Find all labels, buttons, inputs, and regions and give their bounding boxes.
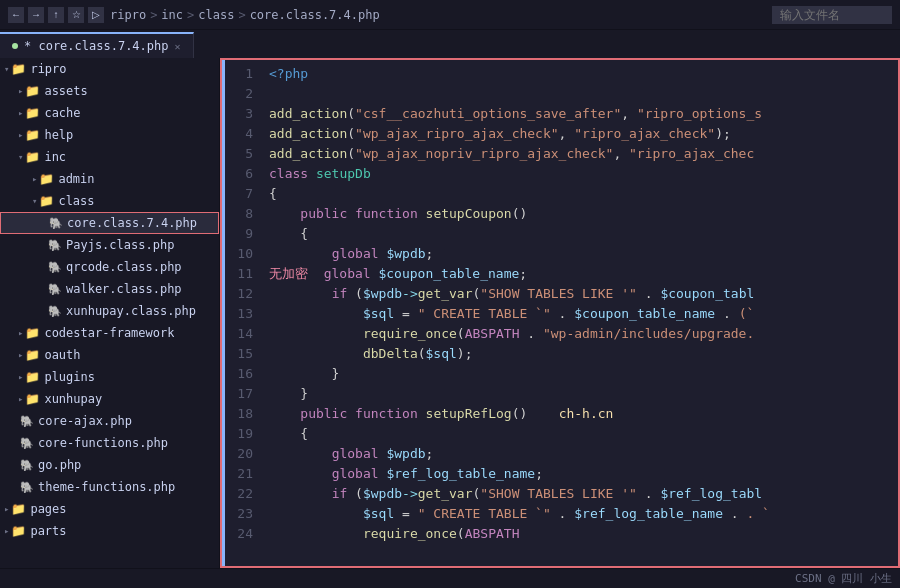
folder-arrow-icon: ▸ [4,504,9,514]
breadcrumb-file[interactable]: core.class.7.4.php [250,8,380,22]
var-token: $wpdb [363,484,402,504]
sidebar-item-core.class.7.4.php[interactable]: 🐘core.class.7.4.php [0,212,219,234]
punct-token [269,484,332,504]
sidebar-item-plugins[interactable]: ▸📁plugins [0,366,219,388]
file-tab[interactable]: * core.class.7.4.php ✕ [0,32,194,58]
punct-token: . [715,304,738,324]
sidebar-item-oauth[interactable]: ▸📁oauth [0,344,219,366]
line-number: 2 [233,84,253,104]
breadcrumb-ripro[interactable]: ripro [110,8,146,22]
sidebar-item-Payjs.class.php[interactable]: 🐘Payjs.class.php [0,234,219,256]
line-number: 13 [233,304,253,324]
punct-token [347,204,355,224]
punct-token: ( [473,284,481,304]
folder-icon: 📁 [39,194,54,208]
sidebar-item-go.php[interactable]: 🐘go.php [0,454,219,476]
code-line: $sql = " CREATE TABLE `" . $coupon_table… [269,304,898,324]
search-input[interactable] [772,6,892,24]
punct-token: . [519,324,542,344]
var-token: $wpdb [386,444,425,464]
sidebar-item-xunhupay.class.php[interactable]: 🐘xunhupay.class.php [0,300,219,322]
titlebar: ← → ↑ ☆ ▷ ripro > inc > class > core.cla… [0,0,900,30]
sidebar-item-walker.class.php[interactable]: 🐘walker.class.php [0,278,219,300]
var-token: $ref_log_tabl [660,484,762,504]
run-button[interactable]: ▷ [88,7,104,23]
var-token: $sql [363,304,394,324]
window-controls: ← → ↑ ☆ ▷ [8,7,104,23]
str-token: "ripro_options_s [637,104,762,124]
sidebar-item-core-functions.php[interactable]: 🐘core-functions.php [0,432,219,454]
sidebar-item-xunhupay[interactable]: ▸📁xunhupay [0,388,219,410]
punct-token [379,464,387,484]
sidebar-item-core-ajax.php[interactable]: 🐘core-ajax.php [0,410,219,432]
folder-arrow-icon: ▸ [18,372,23,382]
fn-token: setupRefLog [426,404,512,424]
code-line: $sql = " CREATE TABLE `" . $ref_log_tabl… [269,504,898,524]
editor-area: 123456789101112131415161718192021222324 … [220,58,900,568]
sidebar-item-codestar-framework[interactable]: ▸📁codestar-framework [0,322,219,344]
kw-token: ABSPATH [465,324,520,344]
sidebar-item-class[interactable]: ▾📁class [0,190,219,212]
code-line: dbDelta($sql); [269,344,898,364]
sidebar-item-inc[interactable]: ▾📁inc [0,146,219,168]
bookmark-button[interactable]: ☆ [68,7,84,23]
sidebar-item-help[interactable]: ▸📁help [0,124,219,146]
kw-token: function [355,404,418,424]
kw-token: global [324,264,371,284]
close-icon[interactable]: ✕ [175,41,181,52]
sidebar-item-label: pages [30,502,66,516]
sidebar-item-label: oauth [44,348,80,362]
punct-token: { [269,424,308,444]
sidebar-item-admin[interactable]: ▸📁admin [0,168,219,190]
fn-token: get_var [418,484,473,504]
tabbar: * core.class.7.4.php ✕ [0,30,900,58]
punct-token: ( [418,344,426,364]
folder-icon: 📁 [25,106,40,120]
punct-token: ( [457,324,465,344]
code-line: 无加密 global $coupon_table_name; [269,264,898,284]
code-line: global $wpdb; [269,244,898,264]
editor-content[interactable]: 123456789101112131415161718192021222324 … [222,60,898,566]
punct-token: { [269,184,277,204]
line-number: 3 [233,104,253,124]
line-number: 12 [233,284,253,304]
str-token: " CREATE TABLE `" [418,304,551,324]
sidebar-item-label: assets [44,84,87,98]
code-line: { [269,224,898,244]
sidebar-item-assets[interactable]: ▸📁assets [0,80,219,102]
breadcrumb: ripro > inc > class > core.class.7.4.php [110,8,380,22]
sidebar-item-cache[interactable]: ▸📁cache [0,102,219,124]
folder-icon: 📁 [25,348,40,362]
folder-icon: 📁 [25,84,40,98]
punct-token: . [637,484,660,504]
kw-token: global [332,464,379,484]
back-button[interactable]: ← [8,7,24,23]
punct-token: ( [473,484,481,504]
php-file-icon: 🐘 [48,283,62,296]
punct-token: . [551,304,574,324]
breadcrumb-class[interactable]: class [198,8,234,22]
punct-token [269,504,363,524]
arrow-op-token: -> [402,284,418,304]
cn-text-token: 无加密 [269,264,308,284]
sidebar-item-label: go.php [38,458,81,472]
kw-token: if [332,484,348,504]
sidebar-item-qrcode.class.php[interactable]: 🐘qrcode.class.php [0,256,219,278]
php-file-icon: 🐘 [49,217,63,230]
punct-token [269,304,363,324]
forward-button[interactable]: → [28,7,44,23]
var-token: $ref_log_table_name [574,504,723,524]
sidebar-item-ripro[interactable]: ▾📁ripro [0,58,219,80]
var-token: $coupon_tabl [660,284,754,304]
sidebar-item-parts[interactable]: ▸📁parts [0,520,219,542]
folder-icon: 📁 [25,150,40,164]
up-button[interactable]: ↑ [48,7,64,23]
sidebar-item-pages[interactable]: ▸📁pages [0,498,219,520]
str-token: "SHOW TABLES LIKE '" [480,284,637,304]
punct-token: ( [347,144,355,164]
breadcrumb-inc[interactable]: inc [161,8,183,22]
line-number: 21 [233,464,253,484]
code-editor[interactable]: <?phpadd_action("csf__caozhuti_options_s… [261,60,898,566]
sidebar-item-theme-functions.php[interactable]: 🐘theme-functions.php [0,476,219,498]
punct-token [269,324,363,344]
